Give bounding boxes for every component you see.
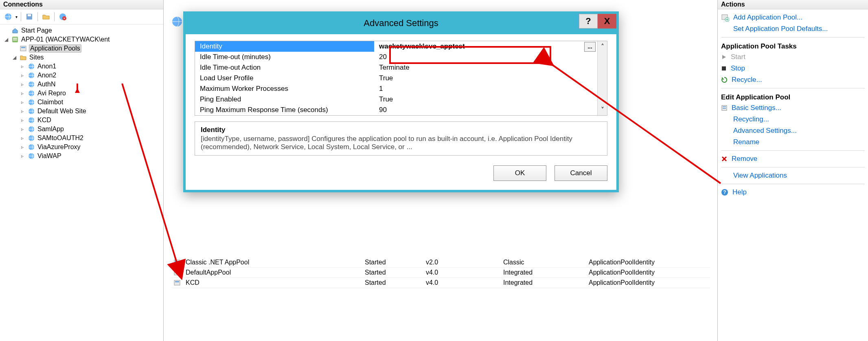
tree-app-pools[interactable]: Application Pools xyxy=(2,44,162,53)
svg-rect-9 xyxy=(21,47,25,48)
expander-icon[interactable]: ▹ xyxy=(20,64,25,69)
tree-server[interactable]: ◢ APP-01 (WACKETYWACK\ent xyxy=(2,35,162,44)
play-icon xyxy=(721,54,727,60)
property-row[interactable]: Idle Time-out (minutes)20 xyxy=(195,52,597,62)
expander-icon[interactable]: ▹ xyxy=(20,81,25,87)
scrollbar[interactable]: ˄ ˅ xyxy=(597,41,607,115)
cancel-button[interactable]: Cancel xyxy=(555,165,607,181)
action-add-pool[interactable]: Add Application Pool... xyxy=(719,12,867,23)
action-remove[interactable]: Remove xyxy=(719,153,867,165)
scroll-up-icon[interactable]: ˄ xyxy=(601,43,604,51)
tree-site-item[interactable]: ▹Anon1 xyxy=(2,62,162,71)
actions-panel: Actions Add Application Pool... Set Appl… xyxy=(717,0,868,341)
tree-start-page[interactable]: Start Page xyxy=(2,26,162,35)
property-value[interactable]: True xyxy=(374,73,597,84)
table-row[interactable]: Classic .NET AppPoolStartedv2.0ClassicAp… xyxy=(171,257,710,268)
action-label: View Applications xyxy=(733,172,787,180)
action-view-apps[interactable]: View Applications xyxy=(719,170,867,181)
ok-button[interactable]: OK xyxy=(493,165,546,181)
action-recycling[interactable]: Recycling... xyxy=(719,114,867,125)
dialog-close-button[interactable]: X xyxy=(598,14,616,29)
expander-icon[interactable]: ▹ xyxy=(20,135,25,141)
pool-ver: v4.0 xyxy=(423,268,501,278)
property-description: Identity [identityType, username, passwo… xyxy=(195,121,607,156)
tree-label: Claimbot xyxy=(37,99,63,106)
tree-label: SAMtoOAUTH2 xyxy=(37,134,83,142)
site-icon xyxy=(28,108,35,115)
pool-name: DefaultAppPool xyxy=(183,268,362,278)
dropdown-arrow-icon[interactable]: ▾ xyxy=(15,15,18,19)
property-value[interactable]: 90 xyxy=(374,105,597,115)
property-row[interactable]: Ping Maximum Response Time (seconds)90 xyxy=(195,105,597,115)
property-value[interactable]: 1 xyxy=(374,84,597,94)
expander-icon[interactable]: ◢ xyxy=(3,37,9,42)
expander-icon[interactable]: ▹ xyxy=(20,90,25,96)
save-icon[interactable] xyxy=(24,12,34,22)
action-set-defaults[interactable]: Set Application Pool Defaults... xyxy=(719,23,867,35)
connections-toolbar: ▾ xyxy=(0,9,163,24)
action-help[interactable]: ? Help xyxy=(719,187,867,198)
tree-label: ViaAzureProxy xyxy=(37,143,81,151)
expander-icon[interactable]: ▹ xyxy=(20,126,25,132)
site-icon xyxy=(28,90,35,97)
expander-icon[interactable]: ▹ xyxy=(20,117,25,123)
tree-site-item[interactable]: ▹AuthN xyxy=(2,80,162,89)
action-rename[interactable]: Rename xyxy=(719,136,867,148)
site-icon xyxy=(28,125,35,133)
expander-icon[interactable]: ▹ xyxy=(20,144,25,150)
open-icon[interactable] xyxy=(41,12,51,22)
action-recycle[interactable]: Recycle... xyxy=(719,74,867,86)
property-row[interactable]: Ping EnabledTrue xyxy=(195,94,597,105)
action-basic-settings[interactable]: Basic Settings... xyxy=(719,102,867,114)
tree-site-item[interactable]: ▹ViaWAP xyxy=(2,152,162,161)
dialog-title-bar[interactable]: Advanced Settings ? X xyxy=(186,14,616,34)
tree-site-item[interactable]: ▹SAMtoOAUTH2 xyxy=(2,134,162,143)
site-icon xyxy=(28,99,35,106)
action-advanced-settings[interactable]: Advanced Settings... xyxy=(719,125,867,136)
tree-site-item[interactable]: ▹Default Web Site xyxy=(2,107,162,116)
pool-ver: v2.0 xyxy=(423,257,501,268)
tree-sites[interactable]: ◢ Sites xyxy=(2,53,162,62)
expander-icon[interactable]: ▹ xyxy=(20,153,25,159)
tree-site-item[interactable]: ▹Claimbot xyxy=(2,98,162,107)
svg-rect-22 xyxy=(174,260,180,265)
site-icon xyxy=(28,63,35,70)
tree-site-item[interactable]: ▹KCD xyxy=(2,116,162,125)
tree-site-item[interactable]: ▹SamlApp xyxy=(2,125,162,134)
table-row[interactable]: KCDStartedv4.0IntegratedApplicationPoolI… xyxy=(171,278,710,288)
property-value[interactable]: 20 xyxy=(374,52,597,62)
globe-icon xyxy=(171,15,183,28)
property-row[interactable]: Identitywacketywack\svc_apptest... xyxy=(195,41,597,52)
actions-group-head: Application Pool Tasks xyxy=(719,40,867,51)
tree-site-item[interactable]: ▹ViaAzureProxy xyxy=(2,143,162,152)
dialog-help-button[interactable]: ? xyxy=(579,14,598,29)
scroll-down-icon[interactable]: ˅ xyxy=(601,106,604,114)
expander-icon[interactable]: ▹ xyxy=(20,108,25,114)
separator xyxy=(721,184,865,184)
close-label: X xyxy=(604,16,610,26)
property-value[interactable]: True xyxy=(374,94,597,105)
connect-icon[interactable] xyxy=(3,12,13,22)
property-grid[interactable]: Identitywacketywack\svc_apptest...Idle T… xyxy=(195,41,607,116)
expander-icon[interactable]: ◢ xyxy=(11,55,17,60)
tree-label: ViaWAP xyxy=(37,152,61,160)
expander-icon[interactable]: ▹ xyxy=(20,73,25,78)
pool-status: Started xyxy=(362,268,423,278)
separator xyxy=(721,37,865,37)
tree-site-item[interactable]: ▹Anon2 xyxy=(2,71,162,80)
property-value[interactable]: wacketywack\svc_apptest... xyxy=(374,41,597,52)
property-value[interactable]: Terminate xyxy=(374,62,597,73)
disconnect-icon[interactable] xyxy=(58,12,68,22)
expander-icon[interactable]: ▹ xyxy=(20,99,25,105)
ellipsis-button[interactable]: ... xyxy=(584,42,596,52)
property-row[interactable]: Maximum Worker Processes1 xyxy=(195,84,597,94)
pool-mode: Classic xyxy=(501,257,586,268)
action-stop[interactable]: Stop xyxy=(719,63,867,74)
tree-site-item[interactable]: ▹Avi Repro xyxy=(2,89,162,98)
property-row[interactable]: Idle Time-out ActionTerminate xyxy=(195,62,597,73)
pool-table[interactable]: Classic .NET AppPoolStartedv2.0ClassicAp… xyxy=(171,257,710,288)
connections-tree[interactable]: Start Page ◢ APP-01 (WACKETYWACK\ent App… xyxy=(0,24,163,162)
folder-icon xyxy=(20,54,27,61)
property-row[interactable]: Load User ProfileTrue xyxy=(195,73,597,84)
table-row[interactable]: DefaultAppPoolStartedv4.0IntegratedAppli… xyxy=(171,268,710,278)
